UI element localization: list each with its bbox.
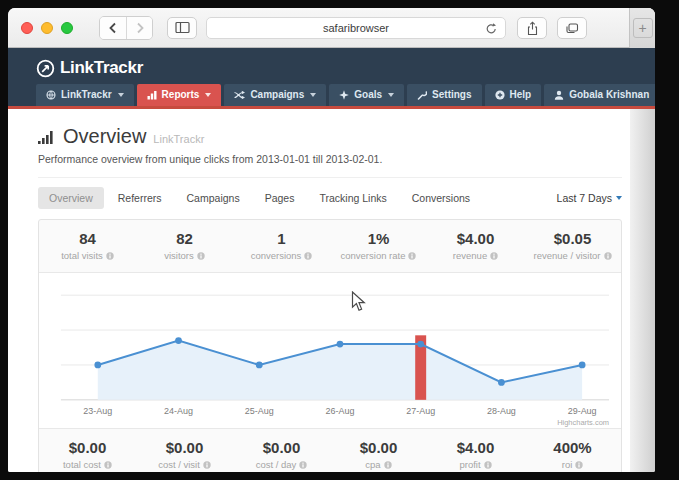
info-icon[interactable] (104, 461, 112, 469)
data-point[interactable] (498, 379, 505, 386)
stat-roi: 400%roi (524, 429, 621, 472)
globe-icon (46, 90, 56, 100)
page-content: Overview LinkTrackr Performance overview… (8, 109, 630, 472)
chevron-down-icon (205, 93, 211, 97)
visits-area-chart: 23-Aug24-Aug25-Aug26-Aug27-Aug28-Aug29-A… (39, 279, 621, 429)
stat-label: total cost (39, 459, 136, 470)
page-heading: Overview LinkTrackr Performance overview… (38, 109, 622, 178)
sidebar-toggle-button[interactable] (167, 17, 197, 39)
data-point[interactable] (256, 362, 263, 369)
stat-label: revenue (427, 250, 524, 261)
info-icon[interactable] (408, 252, 416, 260)
show-tabs-button[interactable] (557, 17, 587, 39)
chevron-left-icon (108, 22, 118, 34)
nav-item-linktrackr[interactable]: LinkTrackr (36, 84, 134, 106)
stat-label: cpa (330, 459, 427, 470)
user-menu[interactable]: Gobala Krishnan (544, 84, 655, 106)
stat-label: visitors (136, 250, 233, 261)
tab-overview[interactable]: Overview (38, 187, 104, 209)
reload-icon[interactable] (485, 22, 498, 36)
info-icon[interactable] (490, 252, 498, 260)
chart-credit[interactable]: Highcharts.com (557, 418, 609, 427)
tab-tracking-links[interactable]: Tracking Links (308, 187, 397, 209)
stat-conversions: 1conversions (233, 220, 330, 272)
stat-value: 84 (39, 230, 136, 247)
date-range-dropdown[interactable]: Last 7 Days (557, 192, 622, 204)
stat-label-text: visitors (164, 250, 194, 261)
page-subtitle: Performance overview from unique clicks … (38, 153, 622, 165)
share-button[interactable] (517, 17, 547, 39)
back-button[interactable] (100, 17, 126, 39)
tab-campaigns[interactable]: Campaigns (176, 187, 251, 209)
tab-conversions[interactable]: Conversions (401, 187, 481, 209)
stat-label-text: total cost (63, 459, 101, 470)
address-text: safaribrowser (323, 22, 389, 34)
page-title-brand: LinkTrackr (153, 133, 204, 145)
nav-item-goals[interactable]: Goals (329, 84, 404, 106)
stat-label-text: revenue / visitor (533, 250, 600, 261)
data-point[interactable] (175, 337, 182, 344)
forward-button[interactable] (126, 17, 152, 39)
nav-item-campaigns[interactable]: Campaigns (224, 84, 326, 106)
toolbar-right-buttons (517, 17, 587, 39)
nav-item-label: Gobala Krishnan (569, 89, 649, 100)
app-logo-text: LinkTrackr (60, 58, 143, 78)
chevron-down-icon (616, 196, 622, 200)
stats-row-bottom: $0.00total cost$0.00cost / visit$0.00cos… (39, 429, 621, 472)
info-icon[interactable] (384, 461, 392, 469)
nav-item-settings[interactable]: Settings (407, 84, 481, 106)
x-axis-label: 25-Aug (245, 406, 274, 416)
data-point[interactable] (337, 341, 344, 348)
stat-value: $4.00 (427, 439, 524, 456)
browser-toolbar: safaribrowser + (8, 8, 655, 48)
app-header: LinkTrackr LinkTrackrReportsCampaignsGoa… (8, 48, 655, 109)
data-point[interactable] (417, 341, 424, 348)
address-bar[interactable]: safaribrowser (206, 17, 506, 39)
stat-label-text: profit (459, 459, 480, 470)
tabs-icon (565, 22, 579, 35)
nav-item-help[interactable]: Help (485, 84, 542, 106)
stat-label-text: revenue (453, 250, 487, 261)
stat-label-text: cpa (365, 459, 380, 470)
x-axis-label: 24-Aug (164, 406, 193, 416)
x-axis-label: 28-Aug (487, 406, 516, 416)
stat-conversion-rate: 1%conversion rate (330, 220, 427, 272)
nav-item-label: Help (510, 89, 532, 100)
tab-pages[interactable]: Pages (254, 187, 306, 209)
stat-label: cost / visit (136, 459, 233, 470)
info-icon[interactable] (197, 252, 205, 260)
new-tab-button[interactable]: + (633, 18, 653, 38)
stat-label: cost / day (233, 459, 330, 470)
info-icon[interactable] (106, 252, 114, 260)
chevron-down-icon (310, 93, 316, 97)
stat-label: total visits (39, 250, 136, 261)
info-icon[interactable] (299, 461, 307, 469)
stat-value: 400% (524, 439, 621, 456)
wrench-icon (417, 90, 427, 100)
stat-cost-visit: $0.00cost / visit (136, 429, 233, 472)
data-point[interactable] (94, 362, 101, 369)
stat-label: roi (524, 459, 621, 470)
help-icon (495, 90, 505, 100)
close-window-button[interactable] (21, 22, 33, 34)
minimize-window-button[interactable] (41, 22, 53, 34)
goals-icon (339, 90, 349, 100)
report-tabs: OverviewReferrersCampaignsPagesTracking … (38, 178, 622, 217)
stat-cpa: $0.00cpa (330, 429, 427, 472)
chevron-down-icon (388, 93, 394, 97)
zoom-window-button[interactable] (61, 22, 73, 34)
app-logo[interactable]: LinkTrackr (8, 56, 655, 84)
info-icon[interactable] (604, 252, 612, 260)
info-icon[interactable] (203, 461, 211, 469)
shuffle-icon (234, 90, 245, 100)
area-fill (98, 341, 582, 400)
info-icon[interactable] (575, 461, 583, 469)
stat-label-text: conversions (251, 250, 302, 261)
nav-item-reports[interactable]: Reports (137, 84, 222, 106)
info-icon[interactable] (304, 252, 312, 260)
chevron-down-icon (118, 93, 124, 97)
data-point[interactable] (579, 362, 586, 369)
tab-referrers[interactable]: Referrers (107, 187, 173, 209)
stat-label-text: roi (562, 459, 573, 470)
info-icon[interactable] (484, 461, 492, 469)
